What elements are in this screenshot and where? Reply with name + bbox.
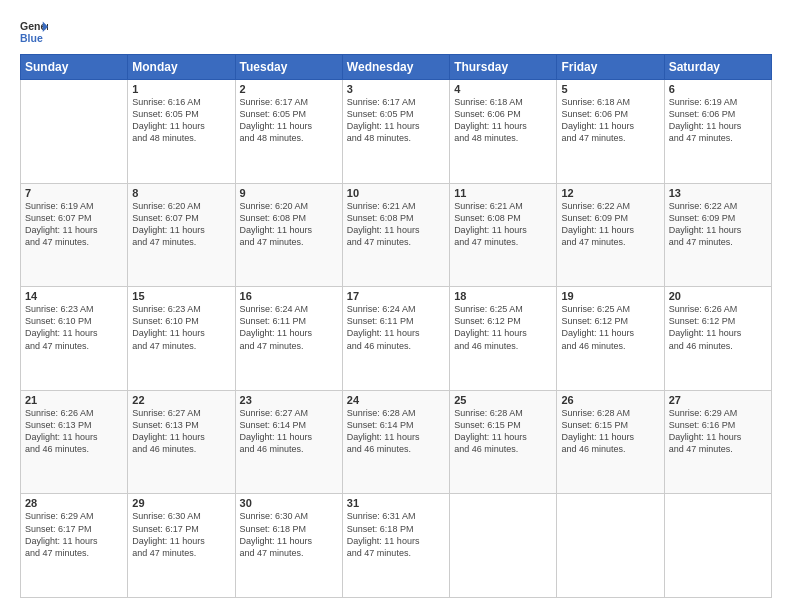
calendar-cell: 1Sunrise: 6:16 AM Sunset: 6:05 PM Daylig…	[128, 80, 235, 184]
day-number: 25	[454, 394, 552, 406]
calendar-cell: 22Sunrise: 6:27 AM Sunset: 6:13 PM Dayli…	[128, 390, 235, 494]
calendar-cell: 26Sunrise: 6:28 AM Sunset: 6:15 PM Dayli…	[557, 390, 664, 494]
weekday-sunday: Sunday	[21, 55, 128, 80]
day-info: Sunrise: 6:27 AM Sunset: 6:13 PM Dayligh…	[132, 407, 230, 456]
calendar-cell: 2Sunrise: 6:17 AM Sunset: 6:05 PM Daylig…	[235, 80, 342, 184]
day-info: Sunrise: 6:19 AM Sunset: 6:07 PM Dayligh…	[25, 200, 123, 249]
day-info: Sunrise: 6:22 AM Sunset: 6:09 PM Dayligh…	[669, 200, 767, 249]
calendar-cell: 15Sunrise: 6:23 AM Sunset: 6:10 PM Dayli…	[128, 287, 235, 391]
calendar-cell: 12Sunrise: 6:22 AM Sunset: 6:09 PM Dayli…	[557, 183, 664, 287]
day-info: Sunrise: 6:18 AM Sunset: 6:06 PM Dayligh…	[561, 96, 659, 145]
day-number: 31	[347, 497, 445, 509]
day-number: 18	[454, 290, 552, 302]
day-info: Sunrise: 6:28 AM Sunset: 6:15 PM Dayligh…	[561, 407, 659, 456]
weekday-thursday: Thursday	[450, 55, 557, 80]
day-number: 3	[347, 83, 445, 95]
calendar-cell: 16Sunrise: 6:24 AM Sunset: 6:11 PM Dayli…	[235, 287, 342, 391]
day-info: Sunrise: 6:17 AM Sunset: 6:05 PM Dayligh…	[240, 96, 338, 145]
calendar-week-0: 1Sunrise: 6:16 AM Sunset: 6:05 PM Daylig…	[21, 80, 772, 184]
calendar-cell: 10Sunrise: 6:21 AM Sunset: 6:08 PM Dayli…	[342, 183, 449, 287]
calendar-week-3: 21Sunrise: 6:26 AM Sunset: 6:13 PM Dayli…	[21, 390, 772, 494]
calendar-cell	[450, 494, 557, 598]
day-info: Sunrise: 6:28 AM Sunset: 6:14 PM Dayligh…	[347, 407, 445, 456]
day-number: 15	[132, 290, 230, 302]
calendar-cell: 13Sunrise: 6:22 AM Sunset: 6:09 PM Dayli…	[664, 183, 771, 287]
calendar-cell: 9Sunrise: 6:20 AM Sunset: 6:08 PM Daylig…	[235, 183, 342, 287]
calendar-cell: 11Sunrise: 6:21 AM Sunset: 6:08 PM Dayli…	[450, 183, 557, 287]
day-number: 8	[132, 187, 230, 199]
day-info: Sunrise: 6:23 AM Sunset: 6:10 PM Dayligh…	[132, 303, 230, 352]
day-info: Sunrise: 6:29 AM Sunset: 6:17 PM Dayligh…	[25, 510, 123, 559]
day-info: Sunrise: 6:20 AM Sunset: 6:08 PM Dayligh…	[240, 200, 338, 249]
day-info: Sunrise: 6:27 AM Sunset: 6:14 PM Dayligh…	[240, 407, 338, 456]
calendar-week-2: 14Sunrise: 6:23 AM Sunset: 6:10 PM Dayli…	[21, 287, 772, 391]
calendar-cell: 31Sunrise: 6:31 AM Sunset: 6:18 PM Dayli…	[342, 494, 449, 598]
weekday-friday: Friday	[557, 55, 664, 80]
logo-icon: General Blue	[20, 18, 48, 46]
weekday-saturday: Saturday	[664, 55, 771, 80]
day-number: 29	[132, 497, 230, 509]
day-info: Sunrise: 6:16 AM Sunset: 6:05 PM Dayligh…	[132, 96, 230, 145]
day-number: 26	[561, 394, 659, 406]
calendar-cell	[21, 80, 128, 184]
day-info: Sunrise: 6:29 AM Sunset: 6:16 PM Dayligh…	[669, 407, 767, 456]
day-number: 5	[561, 83, 659, 95]
day-number: 6	[669, 83, 767, 95]
calendar-table: SundayMondayTuesdayWednesdayThursdayFrid…	[20, 54, 772, 598]
calendar-cell: 7Sunrise: 6:19 AM Sunset: 6:07 PM Daylig…	[21, 183, 128, 287]
day-info: Sunrise: 6:21 AM Sunset: 6:08 PM Dayligh…	[454, 200, 552, 249]
day-number: 19	[561, 290, 659, 302]
day-info: Sunrise: 6:21 AM Sunset: 6:08 PM Dayligh…	[347, 200, 445, 249]
calendar-week-1: 7Sunrise: 6:19 AM Sunset: 6:07 PM Daylig…	[21, 183, 772, 287]
day-info: Sunrise: 6:26 AM Sunset: 6:13 PM Dayligh…	[25, 407, 123, 456]
calendar-cell: 30Sunrise: 6:30 AM Sunset: 6:18 PM Dayli…	[235, 494, 342, 598]
calendar-cell: 14Sunrise: 6:23 AM Sunset: 6:10 PM Dayli…	[21, 287, 128, 391]
weekday-header-row: SundayMondayTuesdayWednesdayThursdayFrid…	[21, 55, 772, 80]
day-info: Sunrise: 6:31 AM Sunset: 6:18 PM Dayligh…	[347, 510, 445, 559]
calendar-cell: 23Sunrise: 6:27 AM Sunset: 6:14 PM Dayli…	[235, 390, 342, 494]
calendar-cell: 20Sunrise: 6:26 AM Sunset: 6:12 PM Dayli…	[664, 287, 771, 391]
day-number: 24	[347, 394, 445, 406]
day-info: Sunrise: 6:25 AM Sunset: 6:12 PM Dayligh…	[561, 303, 659, 352]
day-number: 14	[25, 290, 123, 302]
calendar-cell: 18Sunrise: 6:25 AM Sunset: 6:12 PM Dayli…	[450, 287, 557, 391]
day-number: 23	[240, 394, 338, 406]
calendar-cell: 17Sunrise: 6:24 AM Sunset: 6:11 PM Dayli…	[342, 287, 449, 391]
day-info: Sunrise: 6:30 AM Sunset: 6:17 PM Dayligh…	[132, 510, 230, 559]
day-info: Sunrise: 6:17 AM Sunset: 6:05 PM Dayligh…	[347, 96, 445, 145]
calendar-cell: 19Sunrise: 6:25 AM Sunset: 6:12 PM Dayli…	[557, 287, 664, 391]
day-info: Sunrise: 6:22 AM Sunset: 6:09 PM Dayligh…	[561, 200, 659, 249]
weekday-wednesday: Wednesday	[342, 55, 449, 80]
day-info: Sunrise: 6:30 AM Sunset: 6:18 PM Dayligh…	[240, 510, 338, 559]
day-info: Sunrise: 6:24 AM Sunset: 6:11 PM Dayligh…	[240, 303, 338, 352]
calendar-cell: 25Sunrise: 6:28 AM Sunset: 6:15 PM Dayli…	[450, 390, 557, 494]
day-info: Sunrise: 6:26 AM Sunset: 6:12 PM Dayligh…	[669, 303, 767, 352]
calendar-cell: 5Sunrise: 6:18 AM Sunset: 6:06 PM Daylig…	[557, 80, 664, 184]
calendar-cell: 24Sunrise: 6:28 AM Sunset: 6:14 PM Dayli…	[342, 390, 449, 494]
header: General Blue	[20, 18, 772, 46]
day-number: 2	[240, 83, 338, 95]
day-number: 28	[25, 497, 123, 509]
day-number: 10	[347, 187, 445, 199]
weekday-tuesday: Tuesday	[235, 55, 342, 80]
day-info: Sunrise: 6:20 AM Sunset: 6:07 PM Dayligh…	[132, 200, 230, 249]
day-number: 22	[132, 394, 230, 406]
day-number: 11	[454, 187, 552, 199]
day-info: Sunrise: 6:24 AM Sunset: 6:11 PM Dayligh…	[347, 303, 445, 352]
day-info: Sunrise: 6:23 AM Sunset: 6:10 PM Dayligh…	[25, 303, 123, 352]
day-number: 9	[240, 187, 338, 199]
weekday-monday: Monday	[128, 55, 235, 80]
day-number: 30	[240, 497, 338, 509]
calendar-cell: 4Sunrise: 6:18 AM Sunset: 6:06 PM Daylig…	[450, 80, 557, 184]
calendar-cell: 21Sunrise: 6:26 AM Sunset: 6:13 PM Dayli…	[21, 390, 128, 494]
day-info: Sunrise: 6:28 AM Sunset: 6:15 PM Dayligh…	[454, 407, 552, 456]
calendar-cell: 29Sunrise: 6:30 AM Sunset: 6:17 PM Dayli…	[128, 494, 235, 598]
day-number: 20	[669, 290, 767, 302]
day-number: 1	[132, 83, 230, 95]
day-number: 4	[454, 83, 552, 95]
calendar-cell: 8Sunrise: 6:20 AM Sunset: 6:07 PM Daylig…	[128, 183, 235, 287]
day-number: 12	[561, 187, 659, 199]
day-number: 17	[347, 290, 445, 302]
day-number: 27	[669, 394, 767, 406]
day-number: 16	[240, 290, 338, 302]
